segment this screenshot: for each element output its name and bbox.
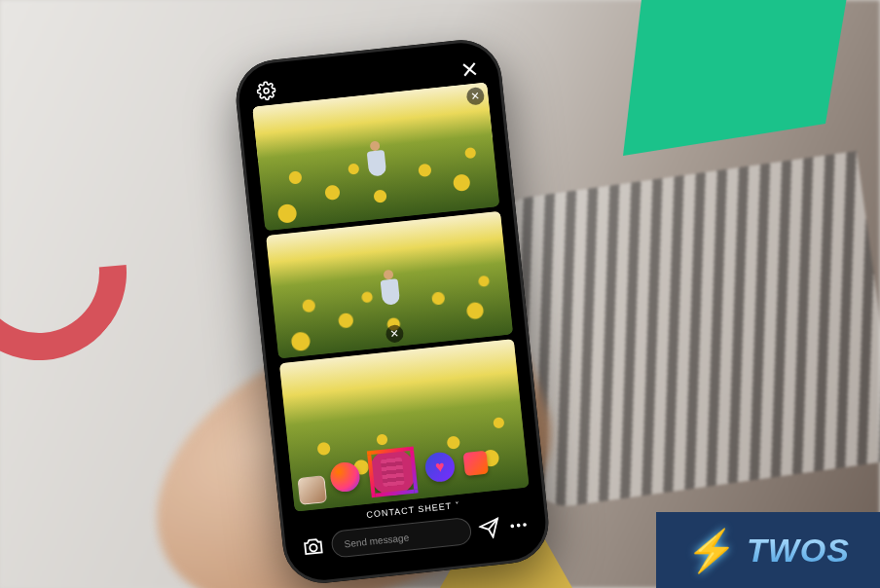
film-reel-sticker[interactable]	[367, 447, 419, 498]
frame-middle[interactable]: ✕	[266, 210, 513, 358]
bolt-icon: ⚡	[686, 527, 737, 574]
svg-point-5	[517, 524, 521, 528]
message-placeholder: Send message	[344, 532, 410, 549]
phone-frame: ✕ ✕ ♥ CONTACT SHEET	[233, 36, 553, 587]
gradient-orb-sticker[interactable]	[329, 461, 361, 494]
svg-point-6	[523, 523, 527, 527]
heart-sticker[interactable]: ♥	[423, 451, 456, 483]
close-icon[interactable]	[458, 58, 480, 80]
twos-badge: ⚡ TWOS	[656, 512, 880, 588]
camera-icon[interactable]	[302, 535, 325, 559]
svg-point-3	[310, 544, 317, 552]
contact-sheet-frames: ✕ ✕ ♥	[246, 82, 534, 512]
twos-logo-text: TWOS	[747, 532, 850, 570]
more-icon[interactable]	[507, 514, 531, 537]
frame-top[interactable]: ✕	[252, 83, 499, 231]
gear-icon[interactable]	[256, 80, 277, 101]
person-subject	[378, 269, 404, 315]
svg-point-0	[264, 89, 269, 93]
person-subject	[364, 140, 390, 187]
svg-point-4	[510, 524, 514, 528]
send-icon[interactable]	[478, 517, 501, 540]
message-input[interactable]: Send message	[330, 517, 472, 559]
square-sticker[interactable]	[463, 451, 489, 476]
background-striped-shirt	[491, 151, 880, 511]
phone-screen: ✕ ✕ ♥ CONTACT SHEET	[243, 47, 542, 576]
frame-bottom[interactable]: ♥	[279, 339, 530, 511]
